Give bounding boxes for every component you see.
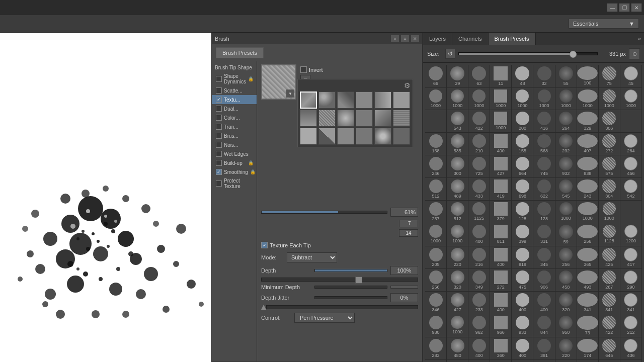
tab-channels[interactable]: Channels xyxy=(452,33,488,45)
texture-check[interactable]: ✓ xyxy=(216,97,222,103)
preset-cell-6-9[interactable] xyxy=(620,201,642,223)
preset-cell-1-1[interactable]: 1000 xyxy=(447,88,468,110)
texture-gear-button[interactable]: ⚙ xyxy=(404,81,411,89)
preset-cell-13-4[interactable] xyxy=(512,360,533,362)
preset-cell-0-5[interactable]: 32 xyxy=(533,65,555,87)
texture-cell-15[interactable] xyxy=(337,128,354,145)
option-noise[interactable]: Nois... xyxy=(212,140,257,149)
scale-slider-track[interactable] xyxy=(261,211,387,214)
preset-cell-1-6[interactable]: 1000 xyxy=(555,88,577,110)
preset-cell-10-5[interactable]: 400 xyxy=(533,292,555,314)
preset-cell-4-6[interactable]: 932 xyxy=(555,155,577,177)
preset-cell-3-7[interactable]: 407 xyxy=(577,133,599,155)
preset-cell-6-2[interactable]: 1125 xyxy=(468,201,490,223)
depth-slider[interactable] xyxy=(314,269,387,272)
depth-big-slider[interactable] xyxy=(261,278,418,282)
preset-cell-11-5[interactable]: 844 xyxy=(533,314,555,337)
texture-cell-10[interactable] xyxy=(356,110,373,127)
preset-cell-11-3[interactable]: 966 xyxy=(490,314,512,337)
color-dynamics-check[interactable] xyxy=(216,115,222,121)
option-protect-texture[interactable]: Protect Texture xyxy=(212,176,257,191)
panel-menu-button[interactable]: ≡ xyxy=(401,35,409,42)
option-dual-brush[interactable]: Dual... xyxy=(212,104,257,113)
preset-cell-8-2[interactable]: 216 xyxy=(468,246,490,268)
preset-cell-9-3[interactable]: 272 xyxy=(490,269,512,291)
preset-cell-8-6[interactable]: 256 xyxy=(555,246,577,268)
texture-dropdown-arrow[interactable]: ▼ xyxy=(286,89,294,98)
preset-cell-12-6[interactable]: 220 xyxy=(555,337,577,359)
panel-collapse-icon[interactable]: « xyxy=(635,34,644,44)
essentials-dropdown[interactable]: Essentials ▼ xyxy=(569,19,639,29)
preset-cell-0-8[interactable]: 75 xyxy=(599,65,620,87)
preset-cell-12-2[interactable]: 400 xyxy=(468,337,490,359)
noise-check[interactable] xyxy=(216,142,222,148)
preset-cell-1-5[interactable]: 1000 xyxy=(533,88,555,110)
preset-cell-6-5[interactable]: 128 xyxy=(533,201,555,223)
texture-cell-7[interactable] xyxy=(300,110,317,127)
preset-cell-8-0[interactable]: 205 xyxy=(425,246,447,268)
tab-layers[interactable]: Layers xyxy=(423,33,452,45)
preset-cell-6-3[interactable]: 379 xyxy=(490,201,512,223)
preset-cell-11-0[interactable]: 980 xyxy=(425,314,447,337)
preset-cell-3-6[interactable]: 232 xyxy=(555,133,577,155)
texture-cell-17[interactable] xyxy=(374,128,391,145)
preset-cell-11-9[interactable]: 212 xyxy=(620,314,642,337)
preset-cell-11-6[interactable]: 950 xyxy=(555,314,577,337)
preset-cell-5-8[interactable]: 304 xyxy=(599,178,620,200)
preset-cell-10-8[interactable]: 341 xyxy=(599,292,620,314)
preset-cell-13-1[interactable] xyxy=(447,360,468,362)
option-scatter[interactable]: Scatte... xyxy=(212,86,257,95)
preset-cell-13-2[interactable] xyxy=(468,360,490,362)
preset-cell-4-7[interactable]: 838 xyxy=(577,155,599,177)
preset-cell-6-7[interactable]: 1000 xyxy=(577,201,599,223)
texture-each-tip-check[interactable]: ✓ xyxy=(261,242,268,248)
option-brush-pose[interactable]: Brus... xyxy=(212,131,257,140)
texture-thumbnail[interactable]: ▼ xyxy=(261,64,296,100)
preset-cell-3-9[interactable]: 284 xyxy=(620,133,642,155)
option-shape-dynamics[interactable]: Shape Dynamics 🔒 xyxy=(212,72,257,86)
preset-cell-10-0[interactable]: 346 xyxy=(425,292,447,314)
protect-texture-check[interactable] xyxy=(216,180,222,187)
size-slider[interactable] xyxy=(458,52,598,55)
preset-cell-5-2[interactable]: 433 xyxy=(468,178,490,200)
preset-cell-8-4[interactable]: 819 xyxy=(512,246,533,268)
preset-cell-1-8[interactable]: 1000 xyxy=(599,88,620,110)
preset-cell-0-0[interactable]: 66 xyxy=(425,65,447,87)
preset-cell-7-9[interactable]: 1200 xyxy=(620,223,642,246)
preset-cell-9-9[interactable]: 290 xyxy=(620,269,642,291)
depth-big-slider-thumb[interactable] xyxy=(355,277,362,284)
preset-cell-8-1[interactable]: 220 xyxy=(447,246,468,268)
preset-cell-1-0[interactable]: 1000 xyxy=(425,88,447,110)
preset-cell-2-6[interactable]: 264 xyxy=(555,110,577,132)
preset-cell-3-1[interactable]: 535 xyxy=(447,133,468,155)
preset-cell-9-7[interactable]: 493 xyxy=(577,269,599,291)
preset-cell-5-5[interactable]: 622 xyxy=(533,178,555,200)
brush-presets-button[interactable]: Brush Presets xyxy=(216,47,264,58)
preset-cell-12-8[interactable]: 645 xyxy=(599,337,620,359)
preset-cell-6-6[interactable]: 1000 xyxy=(555,201,577,223)
preset-cell-8-8[interactable]: 425 xyxy=(599,246,620,268)
tab-brush-presets[interactable]: Brush Presets xyxy=(489,33,536,45)
preset-cell-4-0[interactable]: 246 xyxy=(425,155,447,177)
restore-button[interactable]: ❐ xyxy=(619,3,630,12)
preset-cell-7-4[interactable]: 399 xyxy=(512,223,533,246)
preset-cell-8-7[interactable]: 365 xyxy=(577,246,599,268)
option-brush-tip-shape[interactable]: Brush Tip Shape xyxy=(212,63,257,72)
preset-cell-7-0[interactable]: 1000 xyxy=(425,223,447,246)
preset-cell-8-3[interactable]: 400 xyxy=(490,246,512,268)
preset-cell-13-3[interactable] xyxy=(490,360,512,362)
scatter-check[interactable] xyxy=(216,87,222,94)
canvas-area[interactable] xyxy=(0,33,211,362)
preset-cell-12-4[interactable]: 400 xyxy=(512,337,533,359)
size-slider-thumb[interactable] xyxy=(570,51,577,58)
preset-cell-8-9[interactable]: 417 xyxy=(620,246,642,268)
texture-cell-4[interactable] xyxy=(356,92,373,109)
preset-cell-3-4[interactable]: 155 xyxy=(512,133,533,155)
preset-cell-7-7[interactable]: 256 xyxy=(577,223,599,246)
preset-cell-7-5[interactable]: 331 xyxy=(533,223,555,246)
texture-cell-3[interactable] xyxy=(337,92,354,109)
preset-cell-0-1[interactable]: 39 xyxy=(447,65,468,87)
shape-dynamics-check[interactable] xyxy=(216,76,222,82)
preset-cell-2-4[interactable]: 200 xyxy=(512,110,533,132)
texture-cell-18[interactable] xyxy=(393,128,410,145)
